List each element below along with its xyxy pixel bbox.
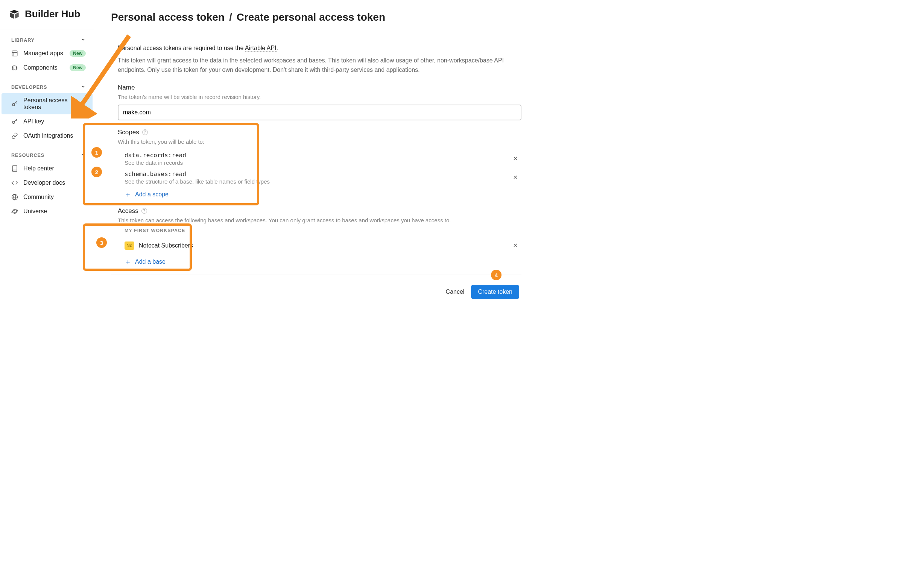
nav-components-label: Components — [23, 64, 58, 71]
grid-icon — [11, 50, 18, 57]
nav-oauth[interactable]: OAuth integrations — [0, 129, 94, 143]
section-developers-label: DEVELOPERS — [11, 85, 47, 90]
main-content: Personal access token / Create personal … — [94, 0, 527, 310]
link-icon — [11, 132, 18, 139]
book-icon — [11, 165, 18, 172]
scopes-label: Scopes — [118, 129, 139, 136]
base-name: Notocat Subscribers — [139, 242, 511, 249]
nav-api-key-label: API key — [23, 118, 44, 125]
nav-personal-access-tokens[interactable]: Personal access tokens — [2, 93, 93, 114]
nav-community-label: Community — [23, 194, 54, 200]
brand-logo-icon — [9, 9, 20, 20]
chevron-down-icon — [81, 152, 86, 158]
chevron-down-icon — [81, 37, 86, 43]
nav-pat-label: Personal access tokens — [23, 97, 86, 111]
intro-text: Personal access tokens are required to u… — [118, 45, 521, 52]
scope-desc: See the data in records — [125, 159, 511, 166]
breadcrumb: Personal access token / Create personal … — [111, 11, 521, 34]
svg-point-4 — [12, 121, 15, 123]
scope-row: schema.bases:read See the structure of a… — [125, 168, 521, 187]
code-icon — [11, 179, 18, 186]
help-icon[interactable]: ? — [141, 208, 147, 214]
actions-row: Cancel Create token — [111, 275, 521, 299]
remove-scope-button[interactable] — [511, 152, 520, 165]
section-resources-label: RESOURCES — [11, 153, 44, 158]
token-name-input[interactable] — [118, 105, 521, 120]
cancel-button[interactable]: Cancel — [446, 289, 465, 295]
nav-help-label: Help center — [23, 165, 54, 172]
name-hint: The token's name will be visible in reco… — [118, 94, 521, 100]
base-icon: No — [125, 241, 134, 250]
nav-managed-apps[interactable]: Managed apps New — [0, 46, 94, 61]
add-base-button[interactable]: ＋ Add a base — [125, 257, 166, 266]
planet-icon — [11, 208, 18, 215]
intro-description: This token will grant access to the data… — [118, 56, 521, 75]
workspace-label: MY FIRST WORKSPACE — [125, 228, 521, 233]
nav-developer-docs[interactable]: Developer docs — [0, 176, 94, 190]
section-resources[interactable]: RESOURCES — [0, 152, 94, 158]
section-developers[interactable]: DEVELOPERS — [0, 84, 94, 90]
nav-community[interactable]: Community — [0, 190, 94, 204]
svg-point-3 — [12, 103, 15, 106]
remove-scope-button[interactable] — [511, 171, 520, 184]
base-row: No Notocat Subscribers — [125, 237, 521, 254]
breadcrumb-separator: / — [229, 11, 232, 23]
svg-point-8 — [11, 209, 18, 213]
airtable-api-link[interactable]: Airtable API — [245, 45, 277, 52]
scope-row: data.records:read See the data in record… — [125, 149, 521, 168]
puzzle-icon — [11, 64, 18, 71]
globe-icon — [11, 194, 18, 200]
plus-icon: ＋ — [125, 257, 131, 266]
scope-desc: See the structure of a base, like table … — [125, 178, 511, 185]
access-label: Access — [118, 207, 138, 215]
create-token-button[interactable]: Create token — [471, 285, 519, 299]
nav-api-key[interactable]: API key — [0, 114, 94, 129]
chevron-down-icon — [81, 84, 86, 90]
nav-components[interactable]: Components New — [0, 61, 94, 75]
nav-docs-label: Developer docs — [23, 179, 65, 186]
nav-universe[interactable]: Universe — [0, 204, 94, 219]
key-icon — [11, 118, 18, 125]
nav-oauth-label: OAuth integrations — [23, 132, 73, 139]
brand: Builder Hub — [0, 8, 94, 29]
breadcrumb-current: Create personal access token — [237, 11, 385, 23]
access-hint: This token can access the following base… — [118, 217, 521, 223]
scope-code: data.records:read — [125, 152, 511, 159]
nav-universe-label: Universe — [23, 208, 47, 215]
brand-name: Builder Hub — [25, 8, 80, 20]
nav-help-center[interactable]: Help center — [0, 161, 94, 176]
add-scope-button[interactable]: ＋ Add a scope — [125, 190, 169, 199]
scope-code: schema.bases:read — [125, 170, 511, 178]
svg-rect-0 — [12, 51, 17, 56]
annotation-step-3: 3 — [96, 237, 107, 248]
name-label: Name — [118, 84, 521, 91]
section-library-label: LIBRARY — [11, 38, 35, 43]
badge-new: New — [70, 64, 86, 71]
key-icon — [11, 100, 18, 107]
plus-icon: ＋ — [125, 190, 131, 199]
scopes-hint: With this token, you will be able to: — [118, 138, 521, 145]
section-library[interactable]: LIBRARY — [0, 37, 94, 43]
nav-managed-apps-label: Managed apps — [23, 50, 63, 57]
help-icon[interactable]: ? — [142, 129, 148, 135]
badge-new: New — [70, 50, 86, 57]
breadcrumb-parent[interactable]: Personal access token — [111, 11, 225, 23]
remove-base-button[interactable] — [511, 239, 520, 252]
sidebar: Builder Hub LIBRARY Managed apps New Com… — [0, 0, 94, 310]
